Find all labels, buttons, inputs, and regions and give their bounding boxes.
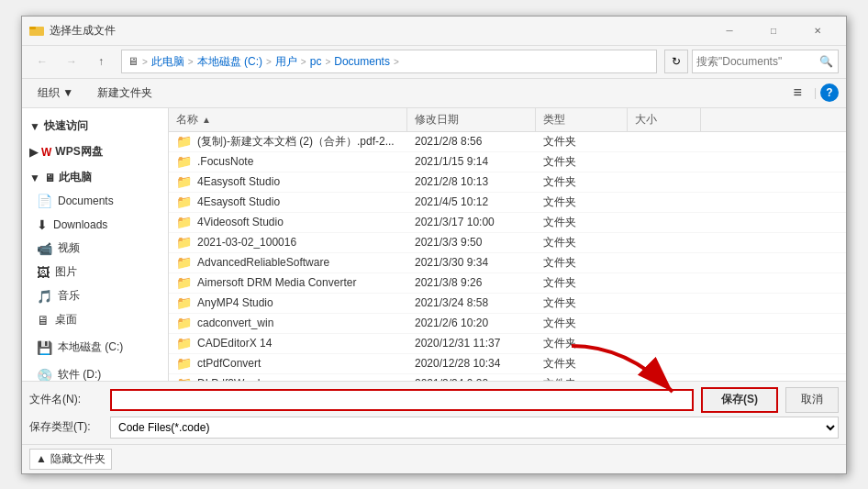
file-panel: 名称 ▲ 修改日期 类型 大小 📁 xyxy=(169,108,846,381)
wps-label: WPS网盘 xyxy=(55,144,102,160)
desktop-icon: 🖥 xyxy=(37,313,50,328)
sidebar-item-music[interactable]: 🎵 音乐 xyxy=(22,284,168,308)
folder-icon: 📁 xyxy=(176,295,192,310)
file-name: 4Videosoft Studio xyxy=(197,216,284,228)
action-toolbar: 组织 ▼ 新建文件夹 ≡ | ? xyxy=(22,79,846,108)
table-row[interactable]: 📁 DLPdf2Word 2021/3/24 9:30 文件夹 xyxy=(169,374,846,381)
table-row[interactable]: 📁 AnyMP4 Studio 2021/3/24 8:58 文件夹 xyxy=(169,294,846,314)
file-name: cadconvert_win xyxy=(197,317,273,329)
sidebar-section-disk-d: 💿 软件 (D:) xyxy=(22,363,168,381)
sidebar-item-disk-d[interactable]: 💿 软件 (D:) xyxy=(22,363,168,381)
file-type-cell: 文件夹 xyxy=(536,354,628,373)
file-name-cell: 📁 DLPdf2Word xyxy=(169,374,407,381)
back-button[interactable]: ← xyxy=(29,49,55,74)
breadcrumb-item-pc[interactable]: 此电脑 xyxy=(151,54,184,70)
file-list: 📁 (复制)-新建文本文档 (2)（合并）.pdf-2... 2021/2/8 … xyxy=(169,132,846,381)
folder-icon: 📁 xyxy=(176,215,192,229)
table-row[interactable]: 📁 cadconvert_win 2021/2/6 10:20 文件夹 xyxy=(169,314,846,334)
file-date-cell: 2021/3/3 9:50 xyxy=(407,233,536,252)
pictures-icon: 🖼 xyxy=(37,265,50,280)
search-icon: 🔍 xyxy=(819,55,833,68)
header-size[interactable]: 大小 xyxy=(628,108,701,131)
file-date-cell: 2020/12/28 10:34 xyxy=(407,354,536,373)
file-size-cell xyxy=(628,314,701,333)
sidebar-item-videos[interactable]: 📹 视频 xyxy=(22,237,168,261)
filename-label: 文件名(N): xyxy=(29,392,103,407)
sidebar-item-downloads[interactable]: ⬇ Downloads xyxy=(22,213,168,237)
breadcrumb-item-pc2[interactable]: pc xyxy=(310,55,322,68)
table-row[interactable]: 📁 4Easysoft Studio 2021/2/8 10:13 文件夹 xyxy=(169,172,846,193)
table-row[interactable]: 📁 ctPdfConvert 2020/12/28 10:34 文件夹 xyxy=(169,354,846,374)
pictures-label: 图片 xyxy=(55,264,77,280)
file-date-cell: 2021/2/6 10:20 xyxy=(407,314,536,333)
file-name-cell: 📁 cadconvert_win xyxy=(169,314,407,333)
forward-button[interactable]: → xyxy=(59,49,84,74)
svg-rect-1 xyxy=(29,27,36,29)
table-row[interactable]: 📁 Aimersoft DRM Media Converter 2021/3/8… xyxy=(169,273,846,294)
file-list-header: 名称 ▲ 修改日期 类型 大小 xyxy=(169,108,846,132)
file-date-cell: 2021/3/17 10:00 xyxy=(407,213,536,232)
file-size-cell xyxy=(628,132,701,151)
sidebar-section-thispc: ▼ 🖥 此电脑 📄 Documents ⬇ Downloads 📹 视 xyxy=(22,167,168,332)
sidebar-group-thispc[interactable]: ▼ 🖥 此电脑 xyxy=(22,167,168,189)
new-folder-button[interactable]: 新建文件夹 xyxy=(89,82,161,104)
file-size-cell xyxy=(628,152,701,172)
sidebar-item-documents[interactable]: 📄 Documents xyxy=(22,189,168,213)
cancel-button[interactable]: 取消 xyxy=(785,387,839,413)
folder-icon: 📁 xyxy=(176,174,192,189)
file-size-cell xyxy=(628,213,701,232)
table-row[interactable]: 📁 4Esaysoft Studio 2021/4/5 10:12 文件夹 xyxy=(169,193,846,213)
filename-input[interactable] xyxy=(110,389,694,411)
file-type-cell: 文件夹 xyxy=(536,213,628,232)
view-button[interactable]: ≡ xyxy=(785,82,810,104)
header-type[interactable]: 类型 xyxy=(536,108,628,131)
sidebar-item-desktop[interactable]: 🖥 桌面 xyxy=(22,308,168,332)
file-size-cell xyxy=(628,273,701,293)
folder-icon: 📁 xyxy=(176,154,192,169)
file-name-cell: 📁 .FocusNote xyxy=(169,152,407,172)
sidebar-group-quickaccess[interactable]: ▼ 快速访问 xyxy=(22,116,168,138)
breadcrumb-item-users[interactable]: 用户 xyxy=(275,54,297,70)
file-date-cell: 2021/3/24 8:58 xyxy=(407,294,536,313)
help-button[interactable]: ? xyxy=(820,83,839,102)
breadcrumb-item-c[interactable]: 本地磁盘 (C:) xyxy=(197,54,262,70)
header-date[interactable]: 修改日期 xyxy=(407,108,536,131)
table-row[interactable]: 📁 AdvancedReliableSoftware 2021/3/30 9:3… xyxy=(169,253,846,273)
search-input[interactable] xyxy=(696,55,816,68)
table-row[interactable]: 📁 .FocusNote 2021/1/15 9:14 文件夹 xyxy=(169,152,846,172)
hidden-files-button[interactable]: ▲ 隐藏文件夹 xyxy=(29,449,112,470)
organize-button[interactable]: 组织 ▼ xyxy=(29,82,82,104)
breadcrumb-item-documents[interactable]: Documents xyxy=(334,55,390,68)
table-row[interactable]: 📁 (复制)-新建文本文档 (2)（合并）.pdf-2... 2021/2/8 … xyxy=(169,132,846,152)
table-row[interactable]: 📁 4Videosoft Studio 2021/3/17 10:00 文件夹 xyxy=(169,213,846,233)
titlebar-controls: ─ □ ✕ xyxy=(708,16,839,45)
hidden-files-label: 隐藏文件夹 xyxy=(50,451,106,467)
file-size-cell xyxy=(628,233,701,252)
table-row[interactable]: 📁 CADEditorX 14 2020/12/31 11:37 文件夹 xyxy=(169,334,846,354)
file-type-cell: 文件夹 xyxy=(536,314,628,333)
sidebar-group-wps[interactable]: ▶ W WPS网盘 xyxy=(22,141,168,163)
file-name: ctPdfConvert xyxy=(197,357,261,370)
sidebar-item-disk-c[interactable]: 💾 本地磁盘 (C:) xyxy=(22,336,168,360)
sidebar-item-pictures[interactable]: 🖼 图片 xyxy=(22,261,168,284)
filetype-select[interactable]: Code Files(*.code) xyxy=(110,417,839,439)
thispc-label: 此电脑 xyxy=(59,170,92,185)
file-date-cell: 2021/2/8 8:56 xyxy=(407,132,536,151)
file-date-cell: 2021/2/8 10:13 xyxy=(407,172,536,192)
header-name[interactable]: 名称 ▲ xyxy=(169,108,407,131)
maximize-button[interactable]: □ xyxy=(752,16,795,45)
disk-d-label: 软件 (D:) xyxy=(58,367,101,381)
table-row[interactable]: 📁 2021-03-02_100016 2021/3/3 9:50 文件夹 xyxy=(169,233,846,253)
file-type-cell: 文件夹 xyxy=(536,172,628,192)
minimize-button[interactable]: ─ xyxy=(708,16,751,45)
save-button[interactable]: 保存(S) xyxy=(701,387,778,413)
file-name: (复制)-新建文本文档 (2)（合并）.pdf-2... xyxy=(197,134,395,150)
quickaccess-label: 快速访问 xyxy=(44,118,88,134)
music-label: 音乐 xyxy=(58,288,80,304)
close-button[interactable]: ✕ xyxy=(796,16,839,45)
breadcrumb: 🖥 > 此电脑 > 本地磁盘 (C:) > 用户 > pc > Document… xyxy=(121,50,657,73)
chevron-right-icon: ▶ xyxy=(29,146,38,159)
refresh-button[interactable]: ↻ xyxy=(664,50,688,73)
sidebar-section-quickaccess: ▼ 快速访问 xyxy=(22,116,168,138)
up-button[interactable]: ↑ xyxy=(88,49,114,74)
